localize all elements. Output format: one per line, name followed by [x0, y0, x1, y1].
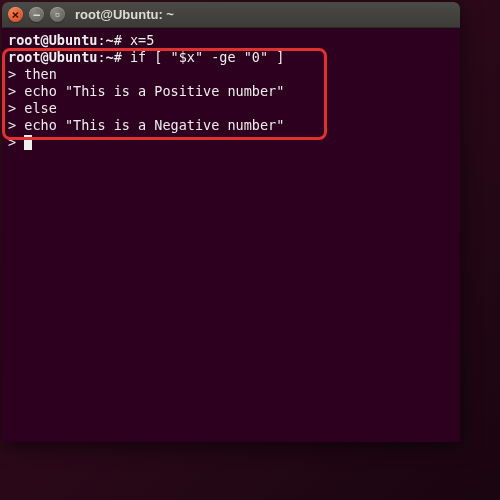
- continuation-prompt: >: [8, 117, 24, 133]
- cursor: [24, 135, 32, 150]
- terminal-input-line[interactable]: >: [8, 134, 454, 151]
- continuation-prompt: >: [8, 100, 24, 116]
- continuation-prompt: >: [8, 66, 24, 82]
- terminal-command-line: root@Ubuntu:~# x=5: [8, 32, 454, 49]
- terminal-continuation-line: > echo "This is a Positive number": [8, 83, 454, 100]
- titlebar[interactable]: root@Ubuntu: ~: [2, 2, 460, 28]
- prompt-user-host: root@Ubuntu: [8, 32, 97, 48]
- prompt-path: ~: [106, 32, 114, 48]
- command-text: x=5: [130, 32, 154, 48]
- continuation-text: else: [24, 100, 57, 116]
- prompt-user-host: root@Ubuntu: [8, 49, 97, 65]
- continuation-text: then: [24, 66, 57, 82]
- maximize-button[interactable]: [50, 7, 65, 22]
- window-title: root@Ubuntu: ~: [75, 7, 174, 22]
- window-controls: [8, 7, 65, 22]
- prompt-path: ~: [106, 49, 114, 65]
- continuation-text: echo "This is a Positive number": [24, 83, 284, 99]
- terminal-command-line: root@Ubuntu:~# if [ "$x" -ge "0" ]: [8, 49, 454, 66]
- close-button[interactable]: [8, 7, 23, 22]
- terminal-body[interactable]: root@Ubuntu:~# x=5root@Ubuntu:~# if [ "$…: [2, 28, 460, 442]
- continuation-prompt: >: [8, 134, 24, 150]
- continuation-prompt: >: [8, 83, 24, 99]
- continuation-text: echo "This is a Negative number": [24, 117, 284, 133]
- command-text: if [ "$x" -ge "0" ]: [130, 49, 284, 65]
- terminal-continuation-line: > then: [8, 66, 454, 83]
- terminal-continuation-line: > else: [8, 100, 454, 117]
- minimize-button[interactable]: [29, 7, 44, 22]
- terminal-window: root@Ubuntu: ~ root@Ubuntu:~# x=5root@Ub…: [2, 2, 460, 442]
- terminal-continuation-line: > echo "This is a Negative number": [8, 117, 454, 134]
